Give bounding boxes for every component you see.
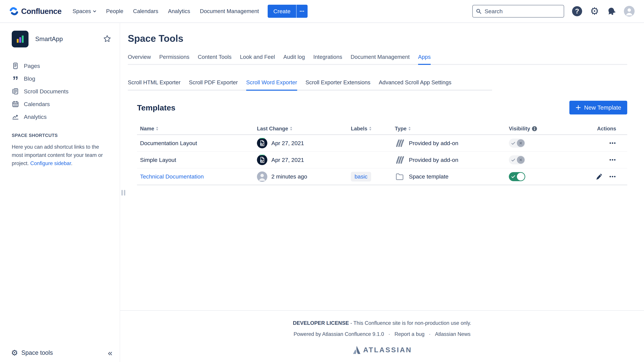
notifications-button[interactable] [607, 6, 616, 16]
last-change-value: Apr 27, 2021 [271, 157, 304, 163]
space-tools-tabs: Overview Permissions Content Tools Look … [128, 54, 627, 65]
confluence-logo[interactable]: Confluence [10, 7, 62, 16]
table-row: Technical Documentation 2 minutes ago ba… [137, 168, 627, 185]
sidebar-item-scroll-documents[interactable]: Scroll Documents [12, 85, 111, 98]
subtab-scroll-exporter-extensions[interactable]: Scroll Exporter Extensions [306, 79, 370, 91]
sidebar-resize-handle[interactable] [122, 190, 125, 196]
confluence-mark-icon [10, 7, 18, 16]
svg-text:?: ? [575, 7, 579, 15]
nav-calendars[interactable]: Calendars [133, 8, 158, 14]
check-icon [511, 158, 516, 162]
atlassian-news-link[interactable]: Atlassian News [435, 331, 470, 337]
column-header-name[interactable]: Name [137, 126, 257, 132]
help-icon: ? [572, 6, 582, 16]
tab-overview[interactable]: Overview [128, 54, 151, 65]
pages-icon [12, 62, 19, 69]
settings-gear-icon[interactable]: ⚙ [590, 6, 599, 16]
sidebar-item-blog[interactable]: ” Blog [12, 72, 111, 85]
scroll-documents-icon [12, 88, 19, 95]
sidebar-item-calendars[interactable]: Calendars [12, 98, 111, 110]
nav-spaces[interactable]: Spaces [72, 8, 96, 14]
chevron-down-icon [93, 9, 96, 13]
nav-document-management[interactable]: Document Management [200, 8, 259, 14]
visibility-toggle [509, 139, 525, 148]
blog-quote-icon: ” [12, 78, 18, 83]
tab-audit-log[interactable]: Audit log [284, 54, 305, 65]
report-a-bug-link[interactable]: Report a bug [394, 331, 424, 337]
user-avatar-icon [257, 171, 267, 182]
create-button-group: Create ••• [268, 5, 308, 18]
create-more-button[interactable]: ••• [296, 5, 308, 18]
tab-document-management[interactable]: Document Management [351, 54, 410, 65]
nav-analytics[interactable]: Analytics [168, 8, 190, 14]
nav-people[interactable]: People [106, 8, 124, 14]
apps-subtabs: Scroll HTML Exporter Scroll PDF Exporter… [128, 79, 492, 91]
template-name: Documentation Layout [137, 140, 257, 146]
tab-apps[interactable]: Apps [418, 54, 431, 65]
tab-permissions[interactable]: Permissions [159, 54, 190, 65]
space-shortcuts-text: Here you can add shortcut links to the m… [12, 143, 111, 167]
type-value: Space template [409, 173, 448, 180]
powered-by-link[interactable]: Powered by Atlassian Confluence 9.1.0 [294, 331, 384, 337]
sidebar-item-analytics[interactable]: Analytics [12, 110, 111, 123]
more-actions-button[interactable]: ••• [609, 157, 616, 163]
sort-icon [369, 126, 372, 131]
column-header-last-change[interactable]: Last Change [257, 126, 351, 132]
sort-icon [290, 126, 292, 131]
calendar-icon [12, 100, 19, 108]
edit-template-button[interactable] [596, 173, 602, 180]
create-button[interactable]: Create [268, 5, 296, 18]
new-template-button[interactable]: New Template [569, 101, 627, 114]
type-value: Provided by add-on [409, 157, 458, 163]
atlassian-logo[interactable]: ATLASSIAN [120, 345, 644, 355]
help-button[interactable]: ? [572, 6, 582, 16]
page-footer: DEVELOPER LICENSE - This Confluence site… [120, 310, 644, 362]
more-actions-button[interactable]: ••• [609, 174, 616, 179]
label-badge[interactable]: basic [351, 172, 371, 182]
favorite-star-button[interactable] [103, 35, 111, 43]
separator: · [429, 331, 430, 337]
sort-icon [156, 126, 158, 131]
subtab-scroll-html-exporter[interactable]: Scroll HTML Exporter [128, 79, 180, 91]
x-icon [519, 158, 522, 162]
tab-look-and-feel[interactable]: Look and Feel [240, 54, 275, 65]
plus-icon [576, 105, 581, 110]
subtab-scroll-word-exporter[interactable]: Scroll Word Exporter [246, 79, 297, 91]
main-content: Space Tools Overview Permissions Content… [120, 23, 644, 362]
subtab-advanced-scroll-app-settings[interactable]: Advanced Scroll App Settings [379, 79, 452, 91]
column-header-labels[interactable]: Labels [351, 126, 395, 132]
search-input[interactable] [484, 8, 561, 15]
analytics-icon [12, 113, 19, 120]
bar-chart-logo-icon [15, 34, 26, 44]
subtab-scroll-pdf-exporter[interactable]: Scroll PDF Exporter [189, 79, 238, 91]
avatar-icon [624, 6, 634, 16]
tab-integrations[interactable]: Integrations [313, 54, 342, 65]
space-logo[interactable] [12, 31, 28, 47]
app-body: SmartApp Pages ” Blog Scroll Documents [0, 23, 644, 362]
user-avatar[interactable] [624, 6, 634, 16]
space-name: SmartApp [35, 35, 63, 42]
collapse-sidebar-button[interactable]: « [108, 348, 112, 358]
visibility-toggle[interactable] [509, 172, 525, 181]
sidebar-item-pages[interactable]: Pages [12, 59, 111, 72]
column-header-type[interactable]: Type [395, 126, 509, 132]
folder-icon [395, 172, 404, 181]
last-change-value: Apr 27, 2021 [271, 140, 304, 146]
tab-content-tools[interactable]: Content Tools [198, 54, 232, 65]
page-title: Space Tools [128, 32, 627, 44]
info-icon[interactable] [532, 126, 537, 131]
table-header-row: Name Last Change Labels Type [137, 123, 627, 135]
x-icon [519, 141, 522, 145]
space-tools-button[interactable]: Space tools [21, 349, 53, 356]
brand-name: Confluence [21, 7, 62, 16]
more-actions-button[interactable]: ••• [609, 140, 616, 146]
space-shortcuts-heading: SPACE SHORTCUTS [12, 133, 111, 138]
configure-sidebar-link[interactable]: Configure sidebar [30, 160, 71, 166]
search-icon [476, 8, 482, 14]
footer-links: Powered by Atlassian Confluence 9.1.0 · … [120, 331, 644, 337]
svg-text:W: W [260, 142, 264, 146]
table-row: Simple Layout W Apr 27, 2021 Provided by… [137, 152, 627, 168]
search-box[interactable] [472, 5, 564, 17]
template-name-link[interactable]: Technical Documentation [140, 173, 204, 180]
addon-scroll-icon [395, 155, 404, 164]
